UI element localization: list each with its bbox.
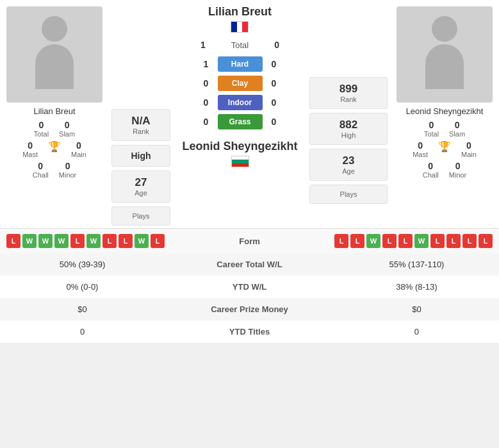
right-main-label: Main <box>461 151 477 158</box>
court-clay-badge: Clay <box>218 76 263 91</box>
court-clay-right: 0 <box>268 78 281 88</box>
left-form-badge-l: L <box>151 234 165 248</box>
court-row-hard: 1 Hard 0 <box>177 55 303 73</box>
left-form-badge-w: W <box>54 234 69 248</box>
right-total-stat: 0 Total <box>424 120 439 138</box>
left-slam-stat: 0 Slam <box>59 120 75 138</box>
right-form-badge-l: L <box>446 234 461 248</box>
total-left-score: 1 <box>200 40 206 50</box>
right-form-badge-l: L <box>479 234 493 248</box>
right-flag-icon <box>231 156 249 167</box>
left-slam-value: 0 <box>65 120 70 130</box>
right-stats-row3: 0 Chall 0 Minor <box>423 161 467 179</box>
stats-label-1: YTD W/L <box>165 276 334 298</box>
left-form-badge-l: L <box>70 234 85 248</box>
left-age-value: 27 <box>116 176 166 189</box>
right-avatar <box>397 6 493 103</box>
stats-row-2: $0Career Prize Money$0 <box>0 298 499 320</box>
stats-label-0: Career Total W/L <box>165 253 334 276</box>
court-grass-badge: Grass <box>218 114 263 129</box>
left-minor-value: 0 <box>65 161 70 171</box>
left-main-label: Main <box>71 151 86 158</box>
stats-right-3: 0 <box>334 320 499 343</box>
court-hard-right: 0 <box>268 59 281 69</box>
right-player-name: Leonid Sheyngezikht <box>406 106 484 116</box>
left-player-name: Lilian Breut <box>33 106 75 116</box>
left-form-badge-l: L <box>6 234 20 248</box>
left-mast-stat: 0 Mast <box>22 140 38 158</box>
right-high-label: High <box>314 131 383 139</box>
stats-left-0: 50% (39-39) <box>0 253 165 276</box>
right-high-box: 882 High <box>309 113 388 145</box>
left-minor-stat: 0 Minor <box>59 161 77 179</box>
left-total-label: Total <box>34 130 49 138</box>
left-total-stat: 0 Total <box>34 120 49 138</box>
total-label: Total <box>231 40 249 50</box>
court-indoor-badge: Indoor <box>218 95 263 110</box>
court-hard-badge: Hard <box>218 56 263 72</box>
right-age-value: 23 <box>314 154 383 167</box>
right-minor-label: Minor <box>449 171 467 179</box>
right-total-value: 0 <box>429 120 434 130</box>
right-minor-stat: 0 Minor <box>449 161 467 179</box>
left-player-header: Lilian Breut <box>208 5 272 35</box>
form-label: Form <box>231 236 269 246</box>
right-rank-value: 899 <box>314 83 383 95</box>
right-mast-stat: 0 Mast <box>413 140 428 158</box>
court-clay-left: 0 <box>200 78 213 88</box>
right-form-badges: LLWLLWLLLL <box>334 234 493 248</box>
right-mast-value: 0 <box>418 140 423 151</box>
left-rank-box: N/A Rank <box>111 109 170 141</box>
left-avatar <box>6 6 102 103</box>
left-total-value: 0 <box>39 120 44 130</box>
left-age-label: Age <box>116 189 166 197</box>
right-form-badge-l: L <box>462 234 477 248</box>
right-rank-box: 899 Rank <box>309 77 388 109</box>
left-main-stat: 0 Main <box>71 140 86 158</box>
court-grass-right: 0 <box>268 117 281 127</box>
stats-left-2: $0 <box>0 298 165 320</box>
right-stats-row1: 0 Total 0 Slam <box>424 120 465 138</box>
stats-left-1: 0% (0-0) <box>0 276 165 298</box>
left-stats-row3: 0 Chall 0 Minor <box>33 161 77 179</box>
right-plays-label: Plays <box>314 190 383 198</box>
court-row-grass: 0 Grass 0 <box>177 113 303 131</box>
left-chall-label: Chall <box>33 171 49 179</box>
left-high-box: High <box>111 145 170 167</box>
left-main-value: 0 <box>76 140 81 151</box>
right-form-badge-l: L <box>350 234 364 248</box>
left-info-col: N/A Rank High 27 Age Plays <box>109 0 173 228</box>
right-minor-value: 0 <box>455 161 461 171</box>
stats-label-2: Career Prize Money <box>165 298 334 320</box>
left-mast-value: 0 <box>28 140 33 151</box>
left-form-badge-w: W <box>38 234 53 248</box>
court-row-clay: 0 Clay 0 <box>177 74 303 92</box>
center-col: Lilian Breut 1 Total 0 1 Hard 0 <box>173 0 307 228</box>
stats-row-1: 0% (0-0)YTD W/L38% (8-13) <box>0 276 499 298</box>
right-trophy-icon-container: 🏆 <box>438 140 451 158</box>
stats-table: 50% (39-39)Career Total W/L55% (137-110)… <box>0 253 499 343</box>
court-section: 1 Hard 0 0 Clay 0 0 Indoor 0 0 Grass <box>177 55 303 131</box>
left-chall-value: 0 <box>38 161 43 171</box>
left-form-badge-w: W <box>86 234 101 248</box>
court-indoor-left: 0 <box>200 97 213 108</box>
court-grass-left: 0 <box>200 117 213 127</box>
left-player-title: Lilian Breut <box>208 5 272 19</box>
stats-right-1: 38% (8-13) <box>334 276 499 298</box>
left-plays-label: Plays <box>116 212 166 220</box>
right-player-col: Leonid Sheyngezikht 0 Total 0 Slam 0 Mas… <box>390 0 499 228</box>
left-rank-label: Rank <box>116 128 166 135</box>
left-slam-label: Slam <box>59 130 75 138</box>
stats-left-3: 0 <box>0 320 165 343</box>
left-chall-stat: 0 Chall <box>33 161 49 179</box>
right-slam-label: Slam <box>449 130 465 138</box>
right-age-box: 23 Age <box>309 149 388 181</box>
right-plays-box: Plays <box>309 185 388 204</box>
left-age-box: 27 Age <box>111 170 170 203</box>
right-form-badge-l: L <box>334 234 348 248</box>
right-slam-value: 0 <box>455 120 460 130</box>
left-mast-label: Mast <box>22 151 38 158</box>
stats-right-0: 55% (137-110) <box>334 253 499 276</box>
stats-right-2: $0 <box>334 298 499 320</box>
right-main-value: 0 <box>466 140 471 151</box>
